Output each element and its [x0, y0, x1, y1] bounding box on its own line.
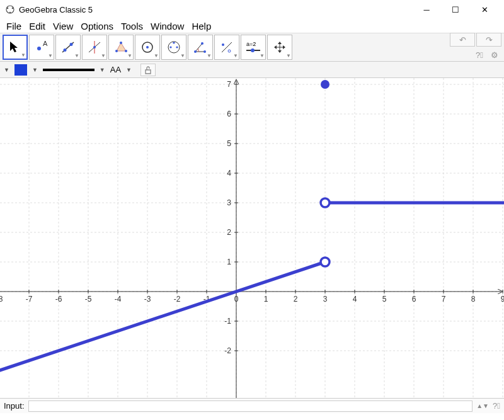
svg-text:-7: -7 — [26, 295, 33, 304]
svg-point-16 — [146, 46, 149, 48]
tool-move-view[interactable]: ▼ — [267, 35, 292, 60]
dropdown-caret-icon: ▼ — [127, 53, 132, 59]
svg-point-26 — [228, 50, 231, 52]
input-bar: Input: ▲▼ ?⃝ — [0, 398, 504, 413]
svg-text:9: 9 — [501, 295, 504, 304]
font-size-label[interactable]: AA — [110, 65, 121, 74]
svg-text:4: 4 — [353, 295, 357, 304]
dropdown-caret-icon: ▼ — [101, 53, 106, 59]
svg-text:-8: -8 — [0, 295, 3, 304]
tool-move[interactable]: ▼ — [3, 35, 28, 60]
tool-circle[interactable]: ▼ — [135, 35, 160, 60]
lock-button[interactable] — [140, 64, 156, 76]
svg-text:5: 5 — [382, 295, 387, 304]
tool-angle[interactable]: ▼ — [188, 35, 213, 60]
svg-text:A: A — [43, 40, 48, 47]
redo-button[interactable]: ↷ — [476, 33, 501, 47]
svg-point-21 — [194, 50, 197, 53]
minimize-button[interactable]: ─ — [412, 0, 441, 19]
dropdown-caret-icon: ▼ — [180, 53, 185, 59]
input-label: Input: — [4, 401, 25, 411]
tool-bar: ▼ A ▼ ▼ ▼ ▼ ▼ ▼ ▼ ▼ a=2 ▼ ▼ — [0, 33, 504, 62]
svg-text:2: 2 — [294, 295, 298, 304]
dropdown-caret-icon: ▼ — [21, 52, 26, 58]
dropdown-caret-icon: ▼ — [154, 53, 159, 59]
font-dropdown[interactable]: ▼ — [126, 67, 132, 73]
settings-icon[interactable]: ⚙ — [488, 48, 501, 62]
tool-ellipse[interactable]: ▼ — [161, 35, 186, 60]
svg-point-118 — [321, 80, 329, 89]
title-bar: GeoGebra Classic 5 ─ ☐ ✕ — [0, 0, 504, 19]
polygon-icon — [113, 40, 129, 55]
svg-text:-2: -2 — [174, 295, 181, 304]
visibility-dropdown[interactable]: ▼ — [4, 67, 9, 73]
svg-point-12 — [115, 50, 118, 52]
svg-point-119 — [321, 198, 329, 207]
svg-text:5: 5 — [227, 139, 231, 148]
svg-text:-6: -6 — [55, 295, 62, 304]
app-icon — [5, 4, 15, 14]
svg-point-22 — [203, 50, 206, 53]
svg-point-3 — [9, 12, 11, 14]
dropdown-caret-icon: ▼ — [233, 53, 238, 59]
help-icon[interactable]: ?⃝ — [472, 48, 486, 62]
svg-point-8 — [70, 43, 73, 46]
maximize-button[interactable]: ☐ — [441, 0, 470, 19]
svg-text:-2: -2 — [224, 346, 231, 355]
svg-text:1: 1 — [264, 295, 268, 304]
svg-text:7: 7 — [442, 295, 446, 304]
tool-line[interactable]: ▼ — [55, 35, 81, 60]
svg-text:0: 0 — [234, 295, 239, 304]
menu-edit[interactable]: Edit — [25, 20, 49, 33]
color-swatch[interactable] — [14, 64, 27, 76]
menu-view[interactable]: View — [49, 20, 77, 33]
tool-slider[interactable]: a=2 ▼ — [241, 35, 266, 60]
input-dropdown-icon[interactable]: ▲▼ — [476, 402, 489, 409]
svg-text:-5: -5 — [85, 295, 92, 304]
tool-reflect[interactable]: ▼ — [214, 35, 239, 60]
menu-file[interactable]: File — [3, 20, 25, 33]
svg-text:4: 4 — [227, 169, 231, 178]
svg-text:a=2: a=2 — [246, 41, 256, 47]
color-dropdown[interactable]: ▼ — [32, 67, 38, 73]
close-button[interactable]: ✕ — [470, 0, 499, 19]
input-field[interactable] — [28, 400, 473, 412]
input-help-icon[interactable]: ?⃝ — [493, 401, 500, 411]
svg-text:-1: -1 — [224, 317, 231, 326]
menu-window[interactable]: Window — [147, 20, 188, 33]
line-dropdown[interactable]: ▼ — [100, 67, 105, 73]
dropdown-caret-icon: ▼ — [286, 53, 291, 59]
line-icon — [60, 40, 76, 55]
dropdown-caret-icon: ▼ — [260, 53, 265, 59]
svg-point-13 — [120, 42, 122, 44]
svg-point-14 — [125, 50, 127, 52]
menu-help[interactable]: Help — [188, 20, 215, 33]
svg-text:6: 6 — [412, 295, 416, 304]
svg-point-7 — [64, 48, 67, 52]
svg-point-23 — [201, 42, 203, 45]
dropdown-caret-icon: ▼ — [48, 53, 53, 59]
svg-point-1 — [7, 8, 9, 9]
perpendicular-icon — [87, 40, 102, 55]
tool-polygon[interactable]: ▼ — [108, 35, 134, 60]
svg-point-25 — [222, 43, 224, 46]
undo-button[interactable]: ↶ — [450, 33, 475, 47]
svg-point-20 — [173, 42, 175, 43]
graphics-view[interactable]: -8-7-6-5-4-3-2-10123456789-2-11234567 — [0, 78, 504, 398]
svg-point-11 — [93, 46, 96, 48]
svg-point-18 — [169, 46, 171, 48]
svg-point-4 — [37, 47, 41, 50]
menu-tools[interactable]: Tools — [117, 20, 147, 33]
dropdown-caret-icon: ▼ — [74, 53, 79, 59]
tool-point[interactable]: A ▼ — [29, 35, 54, 60]
svg-text:3: 3 — [323, 295, 328, 304]
reflect-icon — [219, 40, 234, 55]
dropdown-caret-icon: ▼ — [207, 53, 212, 59]
menu-options[interactable]: Options — [77, 20, 117, 33]
svg-text:2: 2 — [227, 228, 231, 237]
line-style-swatch[interactable] — [43, 69, 94, 71]
ellipse-icon — [166, 40, 181, 55]
point-icon: A — [34, 40, 49, 55]
svg-point-120 — [321, 258, 329, 266]
tool-perpendicular[interactable]: ▼ — [82, 35, 107, 60]
